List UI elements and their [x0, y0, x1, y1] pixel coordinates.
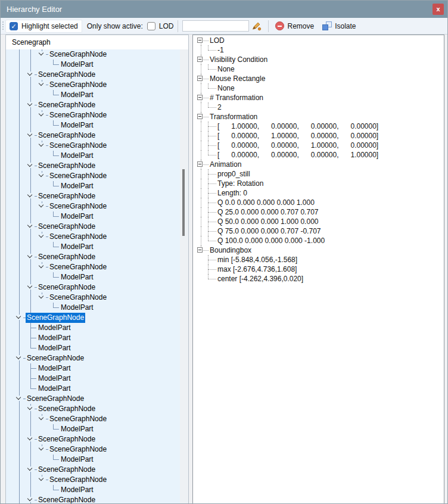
- chevron-down-icon[interactable]: [16, 314, 21, 319]
- chevron-down-icon[interactable]: [27, 435, 32, 440]
- chevron-down-icon[interactable]: [39, 446, 43, 450]
- chevron-down-icon[interactable]: [39, 172, 43, 177]
- chevron-down-icon[interactable]: [39, 476, 43, 481]
- tree-node[interactable]: ModelPart: [6, 60, 180, 70]
- tree-node[interactable]: ModelPart: [6, 424, 180, 434]
- isolate-button[interactable]: Isolate: [322, 21, 356, 30]
- prop-value-label: prop0_still: [217, 169, 250, 179]
- tree-node-label: SceneGraphNode: [38, 252, 95, 262]
- tree-node[interactable]: SceneGraphNode: [6, 394, 180, 404]
- collapse-minus-icon[interactable]: [197, 57, 203, 62]
- tree-node[interactable]: SceneGraphNode: [6, 414, 180, 424]
- tree-node[interactable]: ModelPart: [6, 333, 180, 343]
- chevron-down-icon[interactable]: [27, 284, 32, 288]
- chevron-down-icon[interactable]: [16, 395, 21, 400]
- chevron-down-icon[interactable]: [39, 233, 43, 238]
- tree-node[interactable]: ModelPart: [6, 90, 180, 100]
- pick-edit-button[interactable]: [251, 21, 262, 31]
- tree-node[interactable]: SceneGraphNode: [6, 475, 180, 485]
- chevron-down-icon[interactable]: [39, 51, 43, 55]
- tree-node[interactable]: SceneGraphNode: [6, 171, 180, 181]
- chevron-down-icon[interactable]: [39, 294, 43, 298]
- tree-node[interactable]: ModelPart: [6, 181, 180, 191]
- tree-node[interactable]: SceneGraphNode: [6, 313, 180, 323]
- chevron-down-icon[interactable]: [27, 192, 32, 197]
- chevron-down-icon[interactable]: [27, 405, 32, 410]
- chevron-down-icon[interactable]: [39, 263, 43, 268]
- tree-node[interactable]: SceneGraphNode: [6, 110, 180, 120]
- chevron-down-icon[interactable]: [27, 466, 32, 471]
- prop-group-row[interactable]: Visibility Condition: [193, 55, 444, 64]
- chevron-down-icon[interactable]: [39, 415, 43, 420]
- tree-node[interactable]: SceneGraphNode: [6, 141, 180, 151]
- chevron-down-icon[interactable]: [27, 162, 32, 167]
- tree-node[interactable]: SceneGraphNode: [6, 252, 180, 262]
- prop-group-row[interactable]: LOD: [193, 36, 444, 45]
- chevron-down-icon[interactable]: [39, 111, 43, 116]
- tree-node[interactable]: ModelPart: [6, 303, 180, 313]
- chevron-down-icon[interactable]: [27, 496, 32, 501]
- tree-node[interactable]: SceneGraphNode: [6, 70, 180, 80]
- tree-node[interactable]: SceneGraphNode: [6, 232, 180, 242]
- prop-group-row[interactable]: Transformation: [193, 112, 444, 122]
- tree-node[interactable]: SceneGraphNode: [6, 465, 180, 475]
- tree-node[interactable]: ModelPart: [6, 485, 180, 495]
- tree-node[interactable]: ModelPart: [6, 384, 180, 394]
- tree-node[interactable]: SceneGraphNode: [6, 495, 180, 504]
- tree-node[interactable]: SceneGraphNode: [6, 191, 180, 201]
- chevron-down-icon[interactable]: [27, 132, 32, 136]
- tree-node[interactable]: SceneGraphNode: [6, 49, 180, 60]
- tree-scrollbar-track[interactable]: [180, 49, 188, 504]
- tree-node[interactable]: SceneGraphNode: [6, 404, 180, 414]
- tree-node[interactable]: SceneGraphNode: [6, 262, 180, 272]
- collapse-minus-icon[interactable]: [197, 247, 203, 253]
- tree-node[interactable]: SceneGraphNode: [6, 201, 180, 211]
- prop-group-row[interactable]: # Transformation: [193, 93, 444, 102]
- tree-node[interactable]: ModelPart: [6, 242, 180, 252]
- collapse-minus-icon[interactable]: [197, 95, 203, 100]
- collapse-minus-icon[interactable]: [197, 76, 203, 81]
- highlight-selected-checkbox[interactable]: ✓: [10, 22, 18, 30]
- chevron-down-icon[interactable]: [27, 71, 32, 76]
- tree-node[interactable]: ModelPart: [6, 272, 180, 282]
- chevron-down-icon[interactable]: [27, 223, 32, 228]
- tree-node[interactable]: SceneGraphNode: [6, 353, 180, 363]
- prop-group-row[interactable]: Boundingbox: [193, 245, 444, 255]
- tree-node[interactable]: ModelPart: [6, 323, 180, 333]
- chevron-down-icon[interactable]: [39, 203, 43, 207]
- collapse-minus-icon[interactable]: [197, 114, 203, 119]
- tree-node[interactable]: ModelPart: [6, 374, 180, 384]
- tree-node[interactable]: SceneGraphNode: [6, 80, 180, 90]
- close-button[interactable]: x: [433, 4, 444, 15]
- remove-button[interactable]: Remove: [275, 21, 314, 30]
- chevron-down-icon[interactable]: [27, 253, 32, 258]
- toolbar-grip-handle[interactable]: [2, 21, 4, 31]
- tree-node[interactable]: SceneGraphNode: [6, 161, 180, 171]
- tree-node[interactable]: ModelPart: [6, 120, 180, 130]
- lod-checkbox[interactable]: [147, 22, 155, 30]
- tree-node[interactable]: ModelPart: [6, 151, 180, 161]
- collapse-minus-icon[interactable]: [197, 38, 203, 43]
- titlebar[interactable]: Hierarchy Editor x: [1, 1, 447, 18]
- highlight-selected-toggle[interactable]: ✓ Highlight selected: [5, 20, 82, 33]
- prop-group-row[interactable]: Animation: [193, 160, 444, 169]
- tree-node[interactable]: SceneGraphNode: [6, 222, 180, 232]
- tree-node[interactable]: ModelPart: [6, 343, 180, 353]
- chevron-down-icon[interactable]: [39, 142, 43, 147]
- tree-node[interactable]: SceneGraphNode: [6, 130, 180, 141]
- prop-group-row[interactable]: Mouse Rectangle: [193, 74, 444, 83]
- tree-node[interactable]: SceneGraphNode: [6, 100, 180, 110]
- filter-input[interactable]: [182, 20, 249, 32]
- tree-node[interactable]: SceneGraphNode: [6, 444, 180, 455]
- tree-scrollbar-thumb[interactable]: [182, 169, 185, 236]
- tree-node[interactable]: SceneGraphNode: [6, 282, 180, 293]
- chevron-down-icon[interactable]: [16, 354, 21, 359]
- tree-node[interactable]: ModelPart: [6, 363, 180, 374]
- collapse-minus-icon[interactable]: [197, 161, 203, 167]
- tree-node[interactable]: SceneGraphNode: [6, 293, 180, 303]
- tree-node[interactable]: SceneGraphNode: [6, 434, 180, 444]
- chevron-down-icon[interactable]: [27, 101, 32, 106]
- chevron-down-icon[interactable]: [39, 81, 43, 86]
- tree-node[interactable]: ModelPart: [6, 211, 180, 222]
- tree-node[interactable]: ModelPart: [6, 455, 180, 465]
